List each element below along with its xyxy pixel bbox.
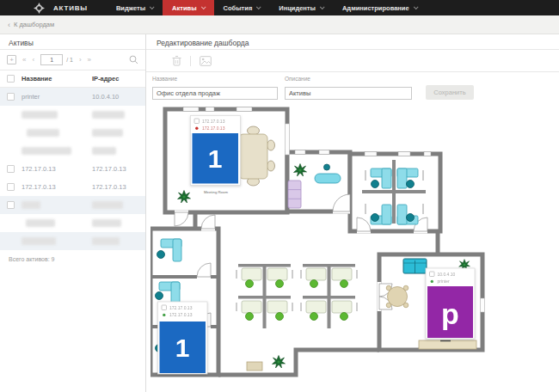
app-logo[interactable]	[0, 0, 45, 15]
widget-asset-ip: 10.0.4.10	[438, 272, 456, 277]
row-checkbox[interactable]	[7, 183, 15, 191]
prev-page-button[interactable]: ‹	[32, 56, 34, 64]
nav-item-widgets[interactable]: Виджеты	[107, 0, 163, 15]
last-page-button[interactable]: »	[88, 56, 91, 64]
table-row[interactable]	[0, 106, 145, 124]
table-row[interactable]	[0, 142, 145, 160]
assets-panel: Активы + « ‹ / 1 › » Название	[0, 34, 146, 392]
compass-logo-icon	[34, 3, 45, 14]
nav-item-label: Инциденты	[279, 4, 316, 12]
widget-asset-name: printer	[438, 279, 451, 284]
nav-item-assets[interactable]: Активы	[163, 0, 213, 15]
chevron-down-icon	[200, 4, 206, 9]
chevron-down-icon	[256, 4, 261, 9]
status-dot-green	[431, 280, 433, 283]
dashboard-description-input[interactable]	[285, 87, 412, 100]
add-widget-button[interactable]: +	[7, 55, 16, 64]
asset-name: 172.17.0.13	[22, 183, 56, 191]
next-page-button[interactable]: ›	[79, 56, 82, 64]
page-total-label: / 1	[66, 57, 73, 63]
asset-name: printer	[22, 93, 40, 101]
chevron-down-icon	[320, 4, 325, 9]
table-row[interactable]: 172.17.0.13 172.17.0.13	[0, 178, 145, 196]
table-row[interactable]	[0, 232, 145, 250]
asset-ip: 10.0.4.10	[92, 93, 119, 101]
nav-item-label: Активы	[172, 4, 196, 12]
toolbar-divider	[190, 56, 191, 66]
editor-title: Редактирование дашборда	[146, 34, 559, 50]
dashboard-canvas: Meeting Room	[146, 105, 559, 392]
breadcrumb-bar: ‹ К дашбордам	[0, 15, 559, 34]
redacted-cell	[22, 111, 58, 119]
widget-checkbox[interactable]	[430, 272, 435, 277]
first-page-button[interactable]: «	[22, 56, 26, 64]
column-header-name[interactable]: Название	[21, 75, 92, 83]
floorplan-canvas: Meeting Room	[150, 105, 556, 392]
dashboard-form: Название Описание Сохранить	[146, 72, 559, 105]
table-row[interactable]: printer 10.0.4.10	[0, 88, 145, 106]
widget-asset-ip: 172.17.0.13	[202, 119, 225, 124]
dashboard-name-input[interactable]	[152, 87, 278, 100]
widget-checkbox[interactable]	[162, 305, 167, 310]
table-row[interactable]	[0, 214, 145, 232]
nav-item-incidents[interactable]: Инциденты	[269, 0, 333, 15]
search-button[interactable]	[129, 55, 138, 64]
chevron-down-icon	[414, 4, 419, 9]
widget-asset-ip: 172.17.0.13	[202, 126, 225, 131]
redacted-cell	[92, 129, 123, 137]
widget-count-value: 1	[208, 144, 223, 173]
status-dot-green	[163, 314, 165, 316]
status-dot-red	[195, 127, 198, 130]
asset-ip: 172.17.0.13	[92, 165, 126, 173]
assets-total-label: Всего активов: 9	[0, 250, 145, 268]
nav-item-administration[interactable]: Администрирование	[333, 0, 427, 15]
widget-count-value: 1	[175, 334, 190, 362]
row-checkbox[interactable]	[7, 165, 15, 173]
table-row[interactable]	[0, 124, 145, 142]
table-row[interactable]	[0, 196, 145, 214]
dashboard-editor-panel: Редактирование дашборда Н	[146, 34, 559, 392]
chevron-down-icon	[150, 4, 155, 9]
redacted-cell	[22, 147, 71, 155]
search-icon	[129, 55, 138, 64]
nav-item-label: Виджеты	[116, 4, 145, 12]
widget-asset-ip: 172.17.0.13	[169, 305, 193, 310]
assets-toolbar: + « ‹ / 1 › »	[0, 50, 145, 70]
asset-widget-printer[interactable]: 10.0.4.10 printer p	[426, 268, 475, 339]
breadcrumb-back-link[interactable]: К дашбордам	[14, 21, 54, 28]
widget-checkbox[interactable]	[194, 119, 200, 124]
column-header-ip[interactable]: IP-адрес	[92, 75, 145, 83]
asset-widget-meeting-room[interactable]: 172.17.0.13 172.17.0.13 1	[191, 116, 241, 186]
redacted-cell	[22, 237, 56, 245]
nav-item-events[interactable]: События	[214, 0, 270, 15]
table-row[interactable]: 172.17.0.13 172.17.0.13	[0, 160, 145, 178]
meeting-room-label: Meeting Room	[204, 190, 228, 194]
widget-asset-ip: 172.17.0.13	[169, 312, 193, 317]
row-checkbox[interactable]	[7, 93, 15, 101]
redacted-cell	[22, 201, 40, 209]
redacted-cell	[92, 201, 123, 209]
app-window: АКТИВЫ Виджеты Активы События Инциденты …	[0, 0, 559, 392]
redacted-cell	[92, 219, 121, 227]
main-area: Активы + « ‹ / 1 › » Название	[0, 34, 559, 392]
nav-menu: Виджеты Активы События Инциденты Админис…	[107, 0, 427, 15]
redacted-cell	[92, 237, 120, 245]
redacted-cell	[92, 111, 125, 119]
brand-title: АКТИВЫ	[45, 0, 98, 15]
description-field-label: Описание	[285, 76, 412, 82]
back-chevron-icon: ‹	[8, 21, 10, 29]
trash-icon[interactable]	[172, 55, 181, 66]
assets-table-body: printer 10.0.4.10	[0, 88, 145, 250]
nav-item-label: Администрирование	[342, 4, 409, 12]
asset-ip: 172.17.0.13	[92, 183, 126, 191]
save-button[interactable]: Сохранить	[426, 85, 474, 100]
image-icon[interactable]	[200, 56, 212, 66]
name-field-label: Название	[152, 76, 278, 82]
nav-item-label: События	[224, 4, 253, 12]
row-checkbox[interactable]	[7, 201, 15, 209]
asset-widget-office[interactable]: 172.17.0.13 172.17.0.13 1	[158, 302, 208, 374]
select-all-checkbox[interactable]	[7, 75, 15, 83]
editor-toolbar	[146, 50, 559, 72]
page-number-input[interactable]	[40, 54, 63, 65]
redacted-cell	[26, 219, 55, 227]
